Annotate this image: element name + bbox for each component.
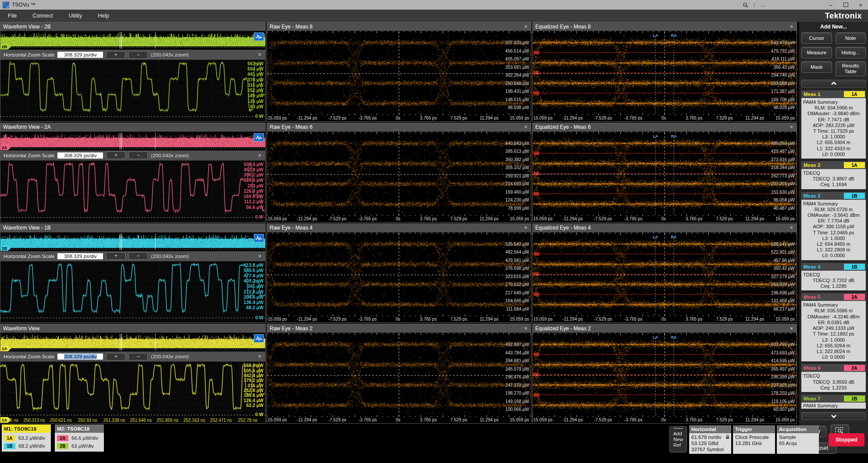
zoom-in-button[interactable]: +	[106, 51, 125, 59]
meas-channel-badge: 2A	[844, 294, 865, 300]
bottom-panel-title: Trigger	[733, 425, 775, 433]
magnifier-icon[interactable]	[738, 0, 753, 10]
add-new-ref-button[interactable]: AddNewRef	[669, 426, 687, 452]
close-icon[interactable]: ×	[521, 225, 531, 231]
meas-card-header[interactable]: Meas 72B	[801, 395, 866, 403]
x-axis-label: 3.765 ps	[686, 417, 702, 422]
addnew-note[interactable]: Note	[836, 32, 866, 44]
eye-plot[interactable]: 440.843 µW395.613 µW350.382 µW305.152 µW…	[267, 132, 531, 222]
close-icon[interactable]: ×	[786, 24, 797, 30]
eye-plot[interactable]: 535.547 µW482.564 µW429.581 µW376.598 µW…	[267, 233, 531, 323]
waveform-thumbnail-icon[interactable]	[254, 234, 264, 242]
run-state-button[interactable]: Stopped	[829, 433, 864, 446]
close-icon[interactable]: ×	[258, 353, 262, 360]
y-axis-label: 473.693 µW	[771, 350, 795, 355]
zoom-out-button[interactable]: −	[128, 252, 148, 260]
more-options-icon[interactable]: …	[756, 0, 771, 10]
bottom-panel-horizontal[interactable]: Horizontal61.679 ns/div53.125 GBd32767 S…	[689, 425, 731, 454]
menu-connect[interactable]: Connect	[25, 10, 61, 22]
close-icon[interactable]: ×	[521, 325, 531, 332]
waveform-plot[interactable]: 613.8 µW545.6 µW477.4 µW409.2 µW341 µW27…	[0, 262, 265, 323]
close-icon[interactable]: ×	[521, 124, 531, 130]
waveform-overview[interactable]: 2A	[0, 132, 265, 150]
meas-card-meas-5[interactable]: Meas 52APAM4 SummaryRLM: 935.5586 mOMAou…	[801, 293, 866, 361]
minimize-button[interactable]: –	[823, 0, 838, 10]
bottom-panel-trigger[interactable]: TriggerClock Prescale13.281 GHz	[733, 425, 775, 454]
waveform-thumbnail-icon[interactable]	[254, 334, 264, 343]
channel-row[interactable]: 1A63.2 µW/div	[4, 434, 49, 442]
module-header[interactable]: M1: TSO8C18	[2, 424, 51, 433]
module-header[interactable]: M2: TSO8C18	[55, 424, 104, 433]
bottom-panel-body: Clock Prescale13.281 GHz	[733, 433, 775, 454]
menu-utility[interactable]: Utility	[61, 10, 90, 22]
module-1[interactable]: M1: TSO8C181A63.2 µW/div1B68.2 µW/div	[2, 424, 51, 452]
eye-plot[interactable]: 485.059 µW429.487 µW373.916 µW318.344 µW…	[533, 132, 797, 222]
meas-card-meas-1[interactable]: Meas 11APAM4 SummaryRLM: 934.5996 mOMAou…	[801, 90, 866, 159]
zoom-out-button[interactable]: −	[128, 353, 148, 361]
meas-card-header[interactable]: Meas 41B	[801, 263, 866, 271]
zoom-in-button[interactable]: +	[106, 152, 125, 159]
close-icon[interactable]: ×	[258, 152, 262, 159]
meas-card-header[interactable]: Meas 21A	[801, 161, 866, 169]
channel-row[interactable]: 1B68.2 µW/div	[4, 442, 49, 450]
meas-card-meas-7[interactable]: Meas 72BPAM4 Summary	[801, 395, 866, 409]
waveform-plot[interactable]: 568.8 µW505.6 µW442.4 µW379.2 µW316 µW25…	[0, 362, 265, 423]
aperture-marker-label: RA	[671, 335, 677, 339]
x-axis-label: -3.765 ps	[359, 317, 377, 322]
maximize-button[interactable]	[838, 0, 853, 10]
close-button[interactable]: ×	[853, 0, 868, 10]
scroll-down-button[interactable]	[801, 412, 866, 420]
eye-plot[interactable]: 492.887 µW443.784 µW394.681 µW345.579 µW…	[267, 333, 531, 423]
panel-title-text: Equalized Eye - Meas 8	[535, 24, 591, 30]
zoom-scale-input[interactable]: 308.329 ps/div	[57, 353, 103, 360]
eye-plot[interactable]: 507.931 µW456.514 µW405.097 µW353.681 µW…	[267, 31, 531, 121]
menu-file[interactable]: File	[0, 10, 25, 22]
waveform-overview[interactable]: 2B	[0, 31, 265, 49]
waveform-plot[interactable]: 567 µW504 µW441 µW378 µW315 µW252 µW189 …	[0, 60, 265, 121]
meas-card-header[interactable]: Meas 31B	[801, 192, 866, 200]
meas-card-meas-4[interactable]: Meas 41BTDECQTDECQ: 3.7202 dBCeq: 1.2285	[801, 263, 866, 291]
horizontal-zoom-bar: Horizontal Zoom Scale308.329 ps/div+−(20…	[0, 251, 265, 262]
bottom-panel-acquisition[interactable]: AcquisitionSample65 Acqs	[777, 425, 819, 454]
close-icon[interactable]: ×	[786, 124, 797, 130]
zoom-scale-input[interactable]: 308.329 ps/div	[57, 52, 103, 58]
app-window: TSOVu ™ | … – × FileConnectUtilityHelp T…	[0, 0, 868, 463]
close-icon[interactable]: ×	[258, 253, 262, 259]
close-icon[interactable]: ×	[258, 52, 262, 58]
waveform-overview[interactable]: 1A	[0, 333, 265, 351]
y-axis-label: 252.8 µW	[244, 388, 263, 393]
zoom-out-button[interactable]: −	[128, 51, 148, 59]
addnew-cursor[interactable]: Cursor	[801, 32, 832, 44]
addnew-results-table[interactable]: ResultsTable	[836, 61, 866, 76]
zoom-in-button[interactable]: +	[106, 353, 125, 361]
eye-plot[interactable]: 588.141 µW522.901 µW457.66 µW392.42 µW32…	[533, 233, 797, 323]
meas-card-meas-3[interactable]: Meas 31BPAM4 SummaryRLM: 929.0729 mOMAou…	[801, 192, 866, 260]
close-icon[interactable]: ×	[786, 225, 797, 231]
eye-plot[interactable]: 532.791 µW473.693 µW414.595 µW355.497 µW…	[533, 333, 797, 423]
meas-card-meas-6[interactable]: Meas 62ATDECQTDECQ: 3.8550 dBCeq: 1.2233	[801, 364, 866, 392]
x-axis-label: 3.765 ps	[420, 216, 437, 221]
meas-card-header[interactable]: Meas 52A	[801, 293, 866, 301]
waveform-thumbnail-icon[interactable]	[254, 133, 264, 141]
close-icon[interactable]: ×	[521, 24, 531, 30]
close-icon[interactable]: ×	[786, 325, 797, 332]
addnew-measure[interactable]: Measure	[801, 47, 832, 58]
eye-plot[interactable]: 541.473 µW479.792 µW418.111 µW356.43 µW2…	[533, 31, 797, 121]
scroll-up-button[interactable]	[801, 80, 866, 88]
channel-row[interactable]: 2B63 µW/div	[57, 442, 102, 450]
zoom-out-button[interactable]: −	[128, 152, 148, 159]
meas-card-meas-2[interactable]: Meas 21ATDECQTDECQ: 3.9867 dBCeq: 1.1694	[801, 161, 866, 189]
meas-card-header[interactable]: Meas 11A	[801, 90, 866, 98]
waveform-overview[interactable]: 1B	[0, 233, 265, 251]
channel-row[interactable]: 2A56.6 µW/div	[57, 434, 102, 442]
module-2[interactable]: M2: TSO8C182A56.6 µW/div2B63 µW/div	[55, 424, 104, 452]
zoom-in-button[interactable]: +	[106, 252, 125, 260]
waveform-plot[interactable]: 509.4 µW452.8 µW396.2 µW339.6 µW283 µW22…	[0, 161, 265, 222]
menu-help[interactable]: Help	[90, 10, 117, 22]
zoom-scale-input[interactable]: 308.329 ps/div	[57, 152, 103, 159]
addnew-mask[interactable]: Mask	[801, 61, 832, 73]
meas-card-header[interactable]: Meas 62A	[801, 364, 866, 372]
addnew-histog-[interactable]: Histog...	[836, 47, 866, 58]
waveform-thumbnail-icon[interactable]	[254, 32, 264, 41]
zoom-scale-input[interactable]: 308.329 ps/div	[57, 253, 103, 259]
